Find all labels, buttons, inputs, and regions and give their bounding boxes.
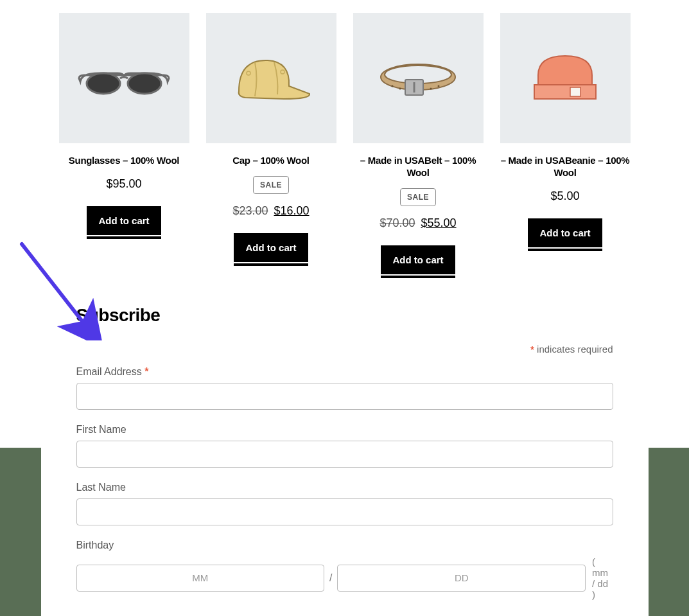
product-title: – Made in USABelt – 100% Wool [353,155,484,179]
subscribe-section: Subscribe * indicates required Email Add… [41,305,649,617]
product-title: – Made in USABeanie – 100% Wool [500,155,631,179]
sale-badge: SALE [400,188,436,206]
product-price: $95.00 [59,177,189,191]
birthday-hint: ( mm / dd ) [592,556,613,600]
product-price: $5.00 [500,189,631,203]
beanie-icon [514,46,616,110]
sunglasses-icon [73,46,175,110]
last-name-label: Last Name [76,482,613,493]
price-new: $55.00 [421,216,457,229]
product-title: Sunglasses – 100% Wool [59,155,189,167]
svg-point-1 [87,73,120,94]
price-value: $5.00 [550,189,579,202]
product-image [59,13,189,143]
last-name-input[interactable] [76,498,613,525]
product-image [206,13,336,143]
page-content-card: Sunglasses – 100% Wool $95.00 Add to car… [41,0,649,616]
product-card: Sunglasses – 100% Wool $95.00 Add to car… [59,13,189,274]
product-grid: Sunglasses – 100% Wool $95.00 Add to car… [41,13,649,274]
birthday-separator: / [329,572,332,584]
svg-point-9 [392,85,394,87]
product-image [353,13,484,143]
birthday-label: Birthday [76,540,613,551]
first-name-label: First Name [76,424,613,436]
birthday-field-group: Birthday / ( mm / dd ) [76,540,613,600]
svg-rect-14 [570,87,580,96]
required-note-text: indicates required [537,344,613,355]
email-label: Email Address * [76,366,613,378]
product-card: – Made in USABeanie – 100% Wool $5.00 Ad… [500,13,631,274]
product-card: Cap – 100% Wool SALE $23.00 $16.00 Add t… [206,13,336,274]
product-title: Cap – 100% Wool [206,155,336,167]
first-name-field-group: First Name [76,424,613,468]
price-new: $16.00 [274,204,310,217]
svg-rect-13 [534,85,596,99]
email-field-group: Email Address * [76,366,613,410]
belt-icon [367,46,469,110]
price-old: $70.00 [379,216,415,229]
asterisk-icon: * [530,344,534,355]
subscribe-heading: Subscribe [76,305,613,326]
product-card: – Made in USABelt – 100% Wool SALE $70.0… [353,13,484,274]
email-input[interactable] [76,383,613,410]
last-name-field-group: Last Name [76,482,613,525]
birthday-day-input[interactable] [337,565,586,592]
birthday-month-input[interactable] [76,565,325,592]
svg-point-12 [438,85,440,87]
first-name-input[interactable] [76,441,613,468]
add-to-cart-button[interactable]: Add to cart [528,218,602,247]
product-price: $70.00 $55.00 [353,216,484,230]
add-to-cart-button[interactable]: Add to cart [234,233,308,262]
product-price: $23.00 $16.00 [206,204,336,218]
email-label-text: Email Address [76,366,142,377]
price-value: $95.00 [106,177,141,190]
required-note: * indicates required [76,344,613,355]
svg-point-11 [430,87,432,89]
product-image [500,13,631,143]
add-to-cart-button[interactable]: Add to cart [381,245,455,274]
sale-badge: SALE [253,176,289,194]
add-to-cart-button[interactable]: Add to cart [87,206,161,235]
cap-icon [220,46,322,110]
svg-point-2 [128,73,161,94]
price-old: $23.00 [232,204,268,217]
asterisk-icon: * [144,366,148,377]
svg-point-10 [399,87,401,89]
